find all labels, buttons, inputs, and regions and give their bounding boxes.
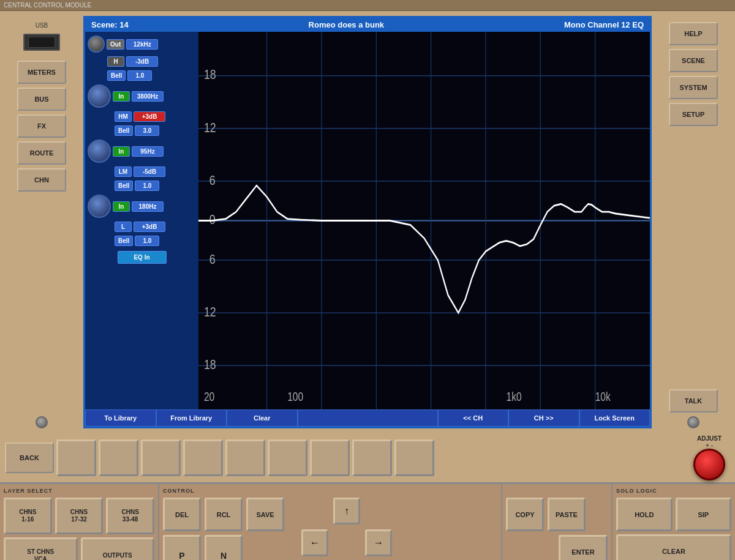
adjust-knob[interactable] xyxy=(693,449,725,480)
hf-gain-btn[interactable]: -3dB xyxy=(126,56,158,67)
chns-17-32-btn[interactable]: CHNS 17-32 xyxy=(55,498,104,534)
p-btn[interactable]: P xyxy=(163,535,201,560)
lm-type-btn[interactable]: LM xyxy=(115,166,132,177)
softkey-3[interactable] xyxy=(141,439,181,476)
hf-freq-btn[interactable]: 12kHz xyxy=(126,39,158,50)
route-button[interactable]: ROUTE xyxy=(17,141,66,165)
next-ch-btn[interactable]: CH >> xyxy=(508,409,579,427)
arrow-left-btn[interactable]: ← xyxy=(301,529,328,556)
meters-button[interactable]: METERS xyxy=(17,61,66,84)
hm-active-btn[interactable]: In xyxy=(113,91,130,102)
solo-logic-panel: SOLO LOGIC HOLD SIP CLEAR xyxy=(612,484,735,560)
eq-controls: Out 12kHz H -3dB Bell 1.0 In xyxy=(85,32,198,409)
softkey-4[interactable] xyxy=(183,439,223,476)
system-button[interactable]: SYSTEM xyxy=(669,76,718,99)
arrow-empty-center xyxy=(333,529,360,556)
softkey-2[interactable] xyxy=(99,439,138,476)
lm-knob[interactable] xyxy=(88,140,111,163)
setup-button[interactable]: SETUP xyxy=(669,103,718,126)
eq-channel: Mono Channel 12 EQ xyxy=(564,20,644,29)
eq-band-hf: Out 12kHz xyxy=(88,34,196,54)
hm-freq-btn[interactable]: 3800Hz xyxy=(132,91,164,102)
eq-band-l: In 180Hz xyxy=(88,193,196,219)
copy-paste-panel: . COPY PASTE ENTER xyxy=(502,484,612,560)
right-screw xyxy=(687,416,699,428)
talk-button[interactable]: TALK xyxy=(669,389,718,413)
softkey-9[interactable] xyxy=(394,439,434,476)
hf-q-btn[interactable]: 1.0 xyxy=(127,70,152,81)
lm-gain-btn[interactable]: -5dB xyxy=(134,166,165,177)
svg-text:18: 18 xyxy=(204,356,216,372)
hm-type-btn[interactable]: HM xyxy=(115,111,132,122)
l-q-btn[interactable]: 1.0 xyxy=(135,236,159,246)
copy-btn[interactable]: COPY xyxy=(506,498,544,531)
softkey-6[interactable] xyxy=(268,439,307,476)
ctrl-row-2: P N xyxy=(163,535,284,560)
l-gain-btn[interactable]: +3dB xyxy=(134,222,165,232)
eq-in-row: EQ In xyxy=(88,251,196,264)
scene-button[interactable]: SCENE xyxy=(669,49,718,72)
eq-band-l-q: Bell 1.0 xyxy=(88,234,196,247)
softkey-1[interactable] xyxy=(56,439,96,476)
paste-btn[interactable]: PASTE xyxy=(548,498,586,531)
from-library-btn[interactable]: From Library xyxy=(156,409,227,427)
eq-graph-area: 18 12 6 0 6 12 18 20 100 1k0 10k xyxy=(198,32,650,409)
lock-screen-btn[interactable]: Lock Screen xyxy=(579,409,650,427)
chns-33-48-btn[interactable]: CHNS 33-48 xyxy=(106,498,154,534)
rcl-btn[interactable]: RCL xyxy=(205,498,243,531)
clear-btn[interactable]: Clear xyxy=(227,409,298,427)
control-left: DEL RCL SAVE P N xyxy=(163,498,284,560)
outputs-btn[interactable]: OUTPUTS xyxy=(81,537,155,560)
sip-btn[interactable]: SIP xyxy=(676,498,732,531)
help-button[interactable]: HELP xyxy=(669,22,718,45)
eq-title: Romeo does a bunk xyxy=(309,20,385,29)
empty-footer-btn xyxy=(298,409,438,427)
l-active-btn[interactable]: In xyxy=(113,201,130,212)
lm-q-btn[interactable]: 1.0 xyxy=(135,181,159,191)
hf-active-btn[interactable]: Out xyxy=(107,39,124,50)
st-chns-vca-btn[interactable]: ST CHNS VCA xyxy=(4,537,78,560)
hm-q-btn[interactable]: 3.0 xyxy=(135,125,159,136)
hm-knob[interactable] xyxy=(88,84,111,108)
enter-btn[interactable]: ENTER xyxy=(559,535,608,560)
lm-shape-btn[interactable]: Bell xyxy=(115,181,133,191)
hm-shape-btn[interactable]: Bell xyxy=(115,125,133,136)
eq-in-btn[interactable]: EQ In xyxy=(118,251,167,264)
lm-active-btn[interactable]: In xyxy=(113,146,130,157)
hf-knob[interactable] xyxy=(88,35,105,53)
to-library-btn[interactable]: To Library xyxy=(85,409,156,427)
eq-screen: Scene: 14 Romeo does a bunk Mono Channel… xyxy=(83,16,652,428)
svg-text:12: 12 xyxy=(204,119,216,135)
chns-1-16-btn[interactable]: CHNS 1-16 xyxy=(4,498,52,534)
softkey-8[interactable] xyxy=(352,439,392,476)
arrow-right-btn[interactable]: → xyxy=(365,529,392,556)
save-btn[interactable]: SAVE xyxy=(246,498,284,531)
clear-solo-btn[interactable]: CLEAR xyxy=(616,534,731,560)
hf-type-btn[interactable]: H xyxy=(107,56,124,67)
fx-button[interactable]: FX xyxy=(17,114,66,138)
arrow-empty-tr xyxy=(365,498,392,525)
arrow-up-btn[interactable]: ↑ xyxy=(333,498,360,525)
left-sidebar: USB METERS BUS FX ROUTE CHN xyxy=(5,16,78,428)
softkey-7[interactable] xyxy=(310,439,350,476)
l-shape-btn[interactable]: Bell xyxy=(115,236,133,246)
control-panel: CONTROL DEL RCL SAVE P N ↑ ← xyxy=(159,484,502,560)
solo-logic-title: SOLO LOGIC xyxy=(616,488,731,494)
l-knob[interactable] xyxy=(88,195,111,218)
svg-text:20: 20 xyxy=(204,390,214,403)
l-freq-btn[interactable]: 180Hz xyxy=(132,201,164,212)
bottom-buttons-row: BACK ADJUST + - xyxy=(0,433,735,482)
hf-shape-btn[interactable]: Bell xyxy=(107,70,126,81)
hm-gain-btn[interactable]: +3dB xyxy=(134,111,165,122)
chn-button[interactable]: CHN xyxy=(17,168,66,192)
bus-button[interactable]: BUS xyxy=(17,88,66,111)
hold-btn[interactable]: HOLD xyxy=(616,498,673,531)
n-btn[interactable]: N xyxy=(205,535,243,560)
lm-freq-btn[interactable]: 95Hz xyxy=(132,146,164,157)
softkey-5[interactable] xyxy=(225,439,265,476)
back-button[interactable]: BACK xyxy=(5,442,54,473)
l-type-btn[interactable]: L xyxy=(115,222,132,232)
svg-text:100: 100 xyxy=(287,390,303,403)
prev-ch-btn[interactable]: << CH xyxy=(438,409,509,427)
del-btn[interactable]: DEL xyxy=(163,498,201,531)
